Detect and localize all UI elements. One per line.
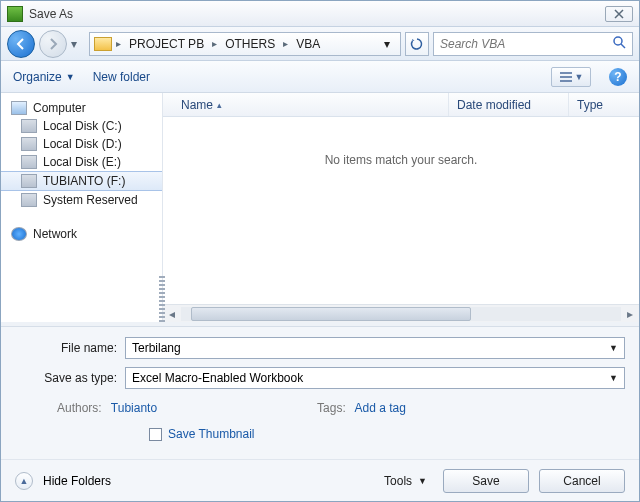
svg-point-0 [614,37,622,45]
pane-splitter[interactable] [159,274,165,322]
computer-icon [11,101,27,115]
drive-icon [21,137,37,151]
breadcrumb-segment[interactable]: OTHERS [219,37,281,51]
tags-field[interactable]: Tags: Add a tag [317,401,406,415]
tree-label: Computer [33,101,86,115]
breadcrumb-dropdown-button[interactable]: ▾ [378,37,396,51]
filename-input[interactable]: Terbilang ▼ [125,337,625,359]
help-button[interactable]: ? [609,68,627,86]
tree-computer[interactable]: Computer [1,99,162,117]
recent-locations-button[interactable]: ▾ [71,37,85,51]
tags-label: Tags: [317,401,346,415]
authors-field[interactable]: Authors: Tubianto [57,401,157,415]
tree-label: Local Disk (C:) [43,119,122,133]
chevron-down-icon: ▼ [418,476,427,486]
tree-drive[interactable]: Local Disk (C:) [1,117,162,135]
chevron-right-icon: ▸ [283,38,288,49]
chevron-down-icon[interactable]: ▼ [609,343,618,353]
forward-arrow-icon [46,37,60,51]
organize-button[interactable]: Organize ▼ [13,70,75,84]
search-input[interactable] [440,37,612,51]
savetype-value: Excel Macro-Enabled Workbook [132,371,303,385]
excel-icon [7,6,23,22]
filename-label: File name: [15,341,125,355]
new-folder-button[interactable]: New folder [93,70,150,84]
save-form: File name: Terbilang ▼ Save as type: Exc… [1,326,639,459]
tree-label: Local Disk (D:) [43,137,122,151]
body-pane: Computer Local Disk (C:) Local Disk (D:)… [1,93,639,322]
folder-icon [94,37,112,51]
file-list-pane: Name ▴ Date modified Type No items match… [163,93,639,322]
address-bar[interactable]: ▸ PROJECT PB ▸ OTHERS ▸ VBA ▾ [89,32,401,56]
chevron-right-icon: ▸ [212,38,217,49]
column-name[interactable]: Name ▴ [163,93,449,116]
scrollbar-track[interactable] [181,307,621,321]
drive-icon [21,174,37,188]
scroll-left-icon[interactable]: ◂ [163,307,181,321]
chevron-down-icon[interactable]: ▼ [609,373,618,383]
refresh-button[interactable] [405,32,429,56]
tree-label: System Reserved [43,193,138,207]
help-icon: ? [614,70,621,84]
tools-label: Tools [384,474,412,488]
breadcrumb-segment[interactable]: PROJECT PB [123,37,210,51]
savetype-label: Save as type: [15,371,125,385]
close-button[interactable] [605,6,633,22]
chevron-up-icon: ▲ [20,476,29,486]
drive-icon [21,193,37,207]
dialog-footer: ▲ Hide Folders Tools ▼ Save Cancel [1,459,639,501]
tools-button[interactable]: Tools ▼ [378,474,433,488]
save-button[interactable]: Save [443,469,529,493]
scroll-right-icon[interactable]: ▸ [621,307,639,321]
cancel-button[interactable]: Cancel [539,469,625,493]
save-thumbnail-checkbox[interactable] [149,428,162,441]
column-type[interactable]: Type [569,93,639,116]
tree-label: TUBIANTO (F:) [43,174,125,188]
tree-drive[interactable]: Local Disk (E:) [1,153,162,171]
command-bar: Organize ▼ New folder ▼ ? [1,61,639,93]
scrollbar-thumb[interactable] [191,307,471,321]
savetype-select[interactable]: Excel Macro-Enabled Workbook ▼ [125,367,625,389]
titlebar: Save As [1,1,639,27]
organize-label: Organize [13,70,62,84]
filename-value: Terbilang [132,341,181,355]
tree-network[interactable]: Network [1,225,162,243]
forward-button[interactable] [39,30,67,58]
empty-message: No items match your search. [163,117,639,304]
back-arrow-icon [14,37,28,51]
drive-icon [21,119,37,133]
tree-drive-selected[interactable]: TUBIANTO (F:) [1,171,162,191]
drive-icon [21,155,37,169]
chevron-right-icon: ▸ [116,38,121,49]
close-icon [614,9,624,19]
authors-label: Authors: [57,401,102,415]
tree-label: Local Disk (E:) [43,155,121,169]
network-icon [11,227,27,241]
tree-drive[interactable]: Local Disk (D:) [1,135,162,153]
hide-folders-button[interactable]: ▲ [15,472,33,490]
column-headers: Name ▴ Date modified Type [163,93,639,117]
breadcrumb-segment[interactable]: VBA [290,37,326,51]
search-box[interactable] [433,32,633,56]
list-view-icon [559,71,573,83]
view-options-button[interactable]: ▼ [551,67,591,87]
tree-label: Network [33,227,77,241]
dialog-title: Save As [29,7,605,21]
navigation-tree[interactable]: Computer Local Disk (C:) Local Disk (D:)… [1,93,163,322]
tree-drive[interactable]: System Reserved [1,191,162,209]
back-button[interactable] [7,30,35,58]
horizontal-scrollbar[interactable]: ◂ ▸ [163,304,639,322]
authors-value: Tubianto [111,401,157,415]
tags-value: Add a tag [354,401,405,415]
save-as-dialog: Save As ▾ ▸ PROJECT PB ▸ OTHERS ▸ VBA ▾ [0,0,640,502]
column-date[interactable]: Date modified [449,93,569,116]
search-icon [612,35,626,52]
navigation-bar: ▾ ▸ PROJECT PB ▸ OTHERS ▸ VBA ▾ [1,27,639,61]
save-thumbnail-label[interactable]: Save Thumbnail [168,427,255,441]
chevron-down-icon: ▼ [66,72,75,82]
sort-ascending-icon: ▴ [217,100,222,110]
hide-folders-label[interactable]: Hide Folders [43,474,111,488]
refresh-icon [410,37,424,51]
column-label: Name [181,98,213,112]
